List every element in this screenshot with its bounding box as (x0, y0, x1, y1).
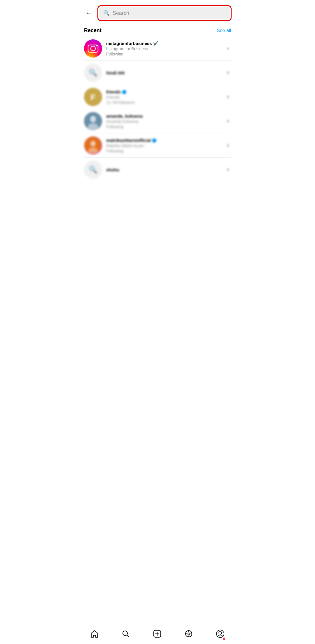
remove-button[interactable]: ✕ (225, 142, 231, 149)
verified-icon: ✔️ (153, 41, 158, 46)
search-icon: 🔍 (89, 166, 97, 174)
remove-button[interactable]: ✕ (225, 166, 231, 174)
svg-point-3 (96, 45, 97, 46)
item-info: shohu (106, 167, 221, 172)
avatar (84, 112, 102, 130)
remove-button[interactable]: ✕ (225, 69, 231, 77)
sub-info: Following (106, 124, 221, 129)
svg-text:F: F (90, 93, 95, 102)
search-query-icon: 🔍 (84, 161, 102, 179)
svg-point-7 (90, 116, 96, 122)
username-row: amanda_kokoeva (106, 114, 221, 119)
svg-point-10 (90, 141, 96, 147)
search-icon: 🔍 (103, 10, 110, 16)
username-row: malvikasittarniofficial ⬤ (106, 138, 221, 143)
search-query-text: shohu (106, 167, 221, 172)
display-name: Malvika Sittani Aryan (106, 143, 221, 148)
recent-section-header: Recent See all (79, 25, 236, 36)
sub-info: Following (106, 149, 221, 153)
list-item[interactable]: 🔍 shohu ✕ (79, 158, 236, 182)
avatar (84, 136, 102, 154)
verified-icon: ⬤ (122, 89, 127, 94)
remove-button[interactable]: ✕ (225, 45, 231, 53)
username: amanda_kokoeva (106, 114, 143, 119)
search-bar-highlighted: 🔍 Search (97, 5, 232, 21)
verified-icon: ⬤ (152, 138, 157, 142)
sub-info: 11.7M followers (106, 100, 221, 105)
list-item[interactable]: F friends ⬤ Friends 11.7M followers ✕ (79, 85, 236, 109)
username: friends (106, 89, 121, 94)
item-info: amanda_kokoeva Amanda Kokoeva Following (106, 114, 221, 129)
list-item[interactable]: malvikasittarniofficial ⬤ Malvika Sittan… (79, 133, 236, 157)
username: instagramforbusiness (106, 41, 152, 46)
see-all-button[interactable]: See all (217, 28, 231, 33)
item-info: hindi titti (106, 70, 221, 75)
search-query-text: hindi titti (106, 70, 221, 75)
search-bar[interactable]: 🔍 Search (99, 7, 230, 19)
sub-info: Following (106, 52, 221, 56)
username: malvikasittarniofficial (106, 138, 151, 143)
list-item[interactable]: 🔍 hindi titti ✕ (79, 61, 236, 85)
search-icon: 🔍 (89, 69, 97, 77)
display-name: Friends (106, 95, 221, 100)
item-info: malvikasittarniofficial ⬤ Malvika Sittan… (106, 138, 221, 153)
username-row: instagramforbusiness ✔️ (106, 41, 221, 46)
display-name: Instagram for Business (106, 46, 221, 51)
item-info: instagramforbusiness ✔️ Instagram for Bu… (106, 41, 221, 56)
header: ← 🔍 Search (79, 0, 236, 25)
search-query-icon: 🔍 (84, 64, 102, 82)
avatar: F (84, 88, 102, 106)
list-item[interactable]: amanda_kokoeva Amanda Kokoeva Following … (79, 109, 236, 133)
search-placeholder: Search (113, 10, 129, 16)
remove-button[interactable]: ✕ (225, 93, 231, 101)
bottom-spacer (79, 182, 236, 205)
remove-button[interactable]: ✕ (225, 117, 231, 125)
recent-title: Recent (84, 27, 102, 34)
list-item[interactable]: instagramforbusiness ✔️ Instagram for Bu… (79, 36, 236, 60)
svg-rect-0 (84, 39, 102, 58)
item-info: friends ⬤ Friends 11.7M followers (106, 89, 221, 105)
display-name: Amanda Kokoeva (106, 119, 221, 124)
avatar (84, 39, 102, 58)
username-row: friends ⬤ (106, 89, 221, 94)
back-button[interactable]: ← (83, 9, 94, 17)
